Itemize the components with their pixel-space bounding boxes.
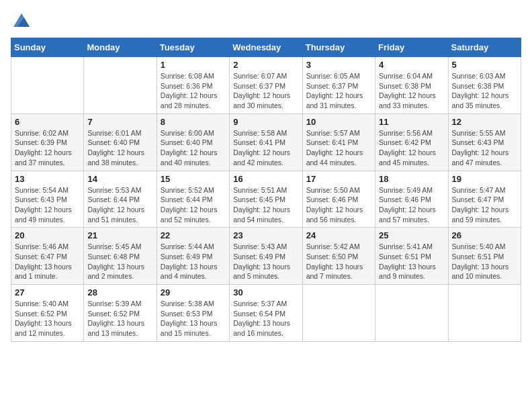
calendar-cell: 16Sunrise: 5:51 AM Sunset: 6:45 PM Dayli… bbox=[230, 171, 302, 228]
day-number: 8 bbox=[161, 117, 226, 127]
day-number: 27 bbox=[15, 287, 80, 298]
day-detail: Sunrise: 5:50 AM Sunset: 6:46 PM Dayligh… bbox=[306, 185, 371, 225]
calendar-cell: 5Sunrise: 6:03 AM Sunset: 6:38 PM Daylig… bbox=[448, 57, 521, 114]
day-number: 18 bbox=[379, 174, 444, 184]
day-number: 10 bbox=[306, 117, 371, 127]
calendar-cell: 21Sunrise: 5:45 AM Sunset: 6:48 PM Dayli… bbox=[84, 228, 157, 285]
calendar-cell: 6Sunrise: 6:02 AM Sunset: 6:39 PM Daylig… bbox=[11, 113, 84, 171]
day-number: 11 bbox=[379, 117, 444, 127]
page-header bbox=[11, 11, 521, 30]
day-number: 5 bbox=[452, 60, 517, 70]
calendar-week-row: 13Sunrise: 5:54 AM Sunset: 6:43 PM Dayli… bbox=[11, 171, 521, 228]
day-number: 4 bbox=[379, 60, 444, 70]
day-detail: Sunrise: 6:04 AM Sunset: 6:38 PM Dayligh… bbox=[379, 71, 444, 111]
calendar-cell: 17Sunrise: 5:50 AM Sunset: 6:46 PM Dayli… bbox=[302, 171, 375, 228]
logo bbox=[11, 11, 31, 30]
calendar-cell: 25Sunrise: 5:41 AM Sunset: 6:51 PM Dayli… bbox=[375, 228, 448, 285]
day-detail: Sunrise: 6:00 AM Sunset: 6:40 PM Dayligh… bbox=[161, 128, 226, 168]
day-detail: Sunrise: 5:37 AM Sunset: 6:54 PM Dayligh… bbox=[233, 299, 298, 338]
calendar-cell: 19Sunrise: 5:47 AM Sunset: 6:47 PM Dayli… bbox=[448, 171, 521, 228]
calendar-cell: 22Sunrise: 5:44 AM Sunset: 6:49 PM Dayli… bbox=[157, 228, 229, 285]
calendar-day-header: Monday bbox=[84, 38, 157, 57]
calendar-day-header: Sunday bbox=[11, 38, 84, 57]
calendar-cell: 23Sunrise: 5:43 AM Sunset: 6:49 PM Dayli… bbox=[230, 228, 302, 285]
calendar-cell: 2Sunrise: 6:07 AM Sunset: 6:37 PM Daylig… bbox=[230, 57, 302, 114]
day-number: 9 bbox=[233, 117, 298, 127]
calendar-cell: 7Sunrise: 6:01 AM Sunset: 6:40 PM Daylig… bbox=[84, 113, 157, 171]
day-number: 7 bbox=[87, 117, 152, 127]
calendar-cell: 4Sunrise: 6:04 AM Sunset: 6:38 PM Daylig… bbox=[375, 57, 448, 114]
day-number: 28 bbox=[87, 287, 152, 298]
day-detail: Sunrise: 5:38 AM Sunset: 6:53 PM Dayligh… bbox=[161, 299, 226, 338]
day-detail: Sunrise: 5:39 AM Sunset: 6:52 PM Dayligh… bbox=[87, 299, 152, 338]
calendar-cell bbox=[302, 285, 375, 342]
logo-icon bbox=[12, 11, 31, 30]
day-number: 25 bbox=[379, 230, 444, 240]
calendar-day-header: Tuesday bbox=[157, 38, 229, 57]
calendar-week-row: 27Sunrise: 5:40 AM Sunset: 6:52 PM Dayli… bbox=[11, 285, 521, 342]
day-number: 30 bbox=[233, 287, 298, 298]
day-detail: Sunrise: 5:40 AM Sunset: 6:52 PM Dayligh… bbox=[15, 299, 80, 338]
day-detail: Sunrise: 5:42 AM Sunset: 6:50 PM Dayligh… bbox=[306, 242, 371, 281]
calendar-header-row: SundayMondayTuesdayWednesdayThursdayFrid… bbox=[11, 38, 521, 57]
day-number: 26 bbox=[452, 230, 517, 240]
day-detail: Sunrise: 6:02 AM Sunset: 6:39 PM Dayligh… bbox=[15, 128, 80, 168]
day-detail: Sunrise: 5:40 AM Sunset: 6:51 PM Dayligh… bbox=[452, 242, 517, 281]
day-detail: Sunrise: 6:08 AM Sunset: 6:36 PM Dayligh… bbox=[161, 71, 226, 111]
day-number: 22 bbox=[161, 230, 226, 240]
calendar-table: SundayMondayTuesdayWednesdayThursdayFrid… bbox=[11, 38, 521, 342]
day-detail: Sunrise: 5:43 AM Sunset: 6:49 PM Dayligh… bbox=[233, 242, 298, 281]
calendar-cell: 27Sunrise: 5:40 AM Sunset: 6:52 PM Dayli… bbox=[11, 285, 84, 342]
calendar-cell: 10Sunrise: 5:57 AM Sunset: 6:41 PM Dayli… bbox=[302, 113, 375, 171]
calendar-cell: 14Sunrise: 5:53 AM Sunset: 6:44 PM Dayli… bbox=[84, 171, 157, 228]
calendar-week-row: 20Sunrise: 5:46 AM Sunset: 6:47 PM Dayli… bbox=[11, 228, 521, 285]
day-detail: Sunrise: 5:54 AM Sunset: 6:43 PM Dayligh… bbox=[15, 185, 80, 225]
day-number: 15 bbox=[161, 174, 226, 184]
day-number: 14 bbox=[87, 174, 152, 184]
day-number: 16 bbox=[233, 174, 298, 184]
day-detail: Sunrise: 5:47 AM Sunset: 6:47 PM Dayligh… bbox=[452, 185, 517, 225]
day-detail: Sunrise: 5:53 AM Sunset: 6:44 PM Dayligh… bbox=[87, 185, 152, 225]
day-number: 29 bbox=[161, 287, 226, 298]
calendar-cell: 24Sunrise: 5:42 AM Sunset: 6:50 PM Dayli… bbox=[302, 228, 375, 285]
calendar-cell: 12Sunrise: 5:55 AM Sunset: 6:43 PM Dayli… bbox=[448, 113, 521, 171]
calendar-cell: 26Sunrise: 5:40 AM Sunset: 6:51 PM Dayli… bbox=[448, 228, 521, 285]
day-number: 17 bbox=[306, 174, 371, 184]
calendar-cell: 8Sunrise: 6:00 AM Sunset: 6:40 PM Daylig… bbox=[157, 113, 229, 171]
day-detail: Sunrise: 5:55 AM Sunset: 6:43 PM Dayligh… bbox=[452, 128, 517, 168]
day-number: 3 bbox=[306, 60, 371, 70]
calendar-cell bbox=[84, 57, 157, 114]
day-detail: Sunrise: 5:51 AM Sunset: 6:45 PM Dayligh… bbox=[233, 185, 298, 225]
day-number: 2 bbox=[233, 60, 298, 70]
calendar-cell: 1Sunrise: 6:08 AM Sunset: 6:36 PM Daylig… bbox=[157, 57, 229, 114]
day-detail: Sunrise: 5:46 AM Sunset: 6:47 PM Dayligh… bbox=[15, 242, 80, 281]
calendar-day-header: Saturday bbox=[448, 38, 521, 57]
day-detail: Sunrise: 5:56 AM Sunset: 6:42 PM Dayligh… bbox=[379, 128, 444, 168]
calendar-day-header: Thursday bbox=[302, 38, 375, 57]
calendar-cell: 29Sunrise: 5:38 AM Sunset: 6:53 PM Dayli… bbox=[157, 285, 229, 342]
day-number: 21 bbox=[87, 230, 152, 240]
calendar-week-row: 1Sunrise: 6:08 AM Sunset: 6:36 PM Daylig… bbox=[11, 57, 521, 114]
day-number: 12 bbox=[452, 117, 517, 127]
day-number: 23 bbox=[233, 230, 298, 240]
day-detail: Sunrise: 6:07 AM Sunset: 6:37 PM Dayligh… bbox=[233, 71, 298, 111]
day-detail: Sunrise: 5:57 AM Sunset: 6:41 PM Dayligh… bbox=[306, 128, 371, 168]
day-number: 20 bbox=[15, 230, 80, 240]
calendar-day-header: Friday bbox=[375, 38, 448, 57]
day-detail: Sunrise: 5:45 AM Sunset: 6:48 PM Dayligh… bbox=[87, 242, 152, 281]
day-number: 24 bbox=[306, 230, 371, 240]
calendar-cell: 13Sunrise: 5:54 AM Sunset: 6:43 PM Dayli… bbox=[11, 171, 84, 228]
day-detail: Sunrise: 6:01 AM Sunset: 6:40 PM Dayligh… bbox=[87, 128, 152, 168]
day-detail: Sunrise: 5:49 AM Sunset: 6:46 PM Dayligh… bbox=[379, 185, 444, 225]
day-detail: Sunrise: 6:03 AM Sunset: 6:38 PM Dayligh… bbox=[452, 71, 517, 111]
calendar-cell: 20Sunrise: 5:46 AM Sunset: 6:47 PM Dayli… bbox=[11, 228, 84, 285]
day-number: 19 bbox=[452, 174, 517, 184]
calendar-cell: 28Sunrise: 5:39 AM Sunset: 6:52 PM Dayli… bbox=[84, 285, 157, 342]
day-detail: Sunrise: 6:05 AM Sunset: 6:37 PM Dayligh… bbox=[306, 71, 371, 111]
day-number: 1 bbox=[161, 60, 226, 70]
calendar-cell: 9Sunrise: 5:58 AM Sunset: 6:41 PM Daylig… bbox=[230, 113, 302, 171]
calendar-week-row: 6Sunrise: 6:02 AM Sunset: 6:39 PM Daylig… bbox=[11, 113, 521, 171]
calendar-cell bbox=[11, 57, 84, 114]
calendar-cell: 30Sunrise: 5:37 AM Sunset: 6:54 PM Dayli… bbox=[230, 285, 302, 342]
calendar-cell bbox=[448, 285, 521, 342]
